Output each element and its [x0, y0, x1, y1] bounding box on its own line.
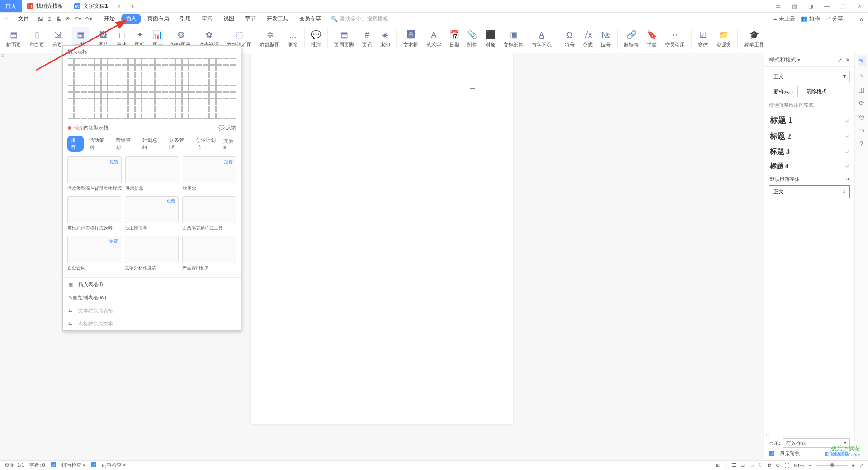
cloud-status[interactable]: ☁ 未上云 [772, 15, 795, 23]
resource-icon: ✿ [206, 30, 212, 40]
date-icon: 📅 [449, 30, 459, 40]
page-break-icon: ⇲ [54, 30, 61, 40]
ribbon-tab-reference[interactable]: 引用 [175, 14, 195, 24]
rb-number[interactable]: №编号 [597, 27, 614, 52]
header-footer-icon: ▤ [340, 30, 348, 40]
grid-icon[interactable]: ▦ [788, 2, 800, 11]
chart-icon: 📊 [153, 30, 163, 40]
watermark-icon: ◈ [382, 30, 388, 40]
rb-symbol[interactable]: Ω符号 [561, 27, 578, 52]
hamburger-icon[interactable]: ≡ [5, 16, 13, 22]
new-tab-button[interactable]: + [126, 0, 140, 12]
dropcap-icon: A̲ [539, 30, 544, 40]
ribbon-tabs: 开始 插入 页面布局 引用 审阅 视图 章节 开发工具 会员专享 [99, 14, 326, 24]
ribbon-tab-review[interactable]: 审阅 [197, 14, 217, 24]
mindmap-icon: ✲ [267, 30, 274, 40]
rb-form[interactable]: ☑窗体 [694, 27, 712, 52]
dropdown-title: 插入表格 [63, 46, 241, 53]
rb-more[interactable]: …更多 [284, 27, 302, 52]
rb-hyperlink[interactable]: 🔗超链接 [620, 27, 642, 52]
rb-date[interactable]: 📅日期 [446, 27, 463, 52]
numbering-icon: № [601, 30, 610, 40]
toolbar-more-icon[interactable]: ⋯ [849, 16, 854, 22]
word-doc-icon: W [74, 3, 80, 9]
ribbon-tab-insert[interactable]: 插入 [121, 14, 141, 24]
resource-folder-icon: 📁 [719, 30, 729, 40]
icons-icon: ✦ [137, 30, 143, 40]
blank-page-icon: ▯ [35, 30, 39, 40]
rb-docpart[interactable]: ▣文档部件 [500, 27, 527, 52]
save-icon[interactable]: 🖫 [38, 16, 43, 22]
table-dropdown: 插入表格 ◉稻壳内容型表格 💬 反馈 推荐 活动策划 营销策划 计划总结 财务管… [62, 45, 241, 53]
user-avatar-icon[interactable]: ◑ [805, 2, 816, 11]
ribbon-tab-vip[interactable]: 会员专享 [295, 14, 326, 24]
ribbon-tab-chapter[interactable]: 章节 [241, 14, 260, 24]
table-icon: ▦ [77, 30, 85, 40]
print-preview-icon[interactable]: 🗎 [47, 16, 52, 22]
redo-icon[interactable]: ↷▾ [85, 16, 92, 22]
maximize-icon[interactable]: ▢ [837, 2, 849, 11]
title-bar: 首页 D 找稻壳模板 W 文字文稿1 × + ▭ ▦ ◑ — ▢ ✕ [0, 0, 868, 13]
print-icon[interactable]: 🖶 [56, 16, 61, 22]
textbox-icon: 🅰 [407, 30, 415, 40]
tab-document[interactable]: W 文字文稿1 × [69, 0, 126, 12]
more-icon: … [289, 30, 297, 40]
collapse-ribbon-icon[interactable]: ∧ [859, 16, 863, 22]
rb-formula[interactable]: √x公式 [579, 27, 596, 52]
page-number-icon: # [365, 30, 369, 40]
symbol-icon: Ω [566, 30, 572, 40]
rb-header[interactable]: ▤页眉页脚 [330, 27, 358, 52]
close-tab-icon[interactable]: × [117, 3, 121, 10]
rb-mindmap[interactable]: ✲在线脑图 [256, 27, 283, 52]
search-icon: 🔍 [331, 16, 338, 22]
attachment-icon: 📎 [467, 30, 477, 40]
rb-comment[interactable]: 💬批注 [307, 27, 325, 52]
tab-home[interactable]: 首页 [0, 0, 22, 12]
wordart-icon: A [431, 30, 436, 40]
template-icon: D [27, 3, 33, 9]
ribbon-tab-dev[interactable]: 开发工具 [262, 14, 293, 24]
rb-bookmark[interactable]: 🔖书签 [643, 27, 660, 52]
rb-dropcap[interactable]: A̲首字下沉 [528, 27, 555, 52]
coop-button[interactable]: 👥 协作 [801, 15, 820, 23]
shape-icon: ◻ [118, 30, 125, 40]
ribbon-tab-view[interactable]: 视图 [219, 14, 239, 24]
preview-icon[interactable]: 👁 [65, 16, 71, 22]
command-search[interactable]: 🔍 查找命令、搜索模板 [331, 15, 388, 23]
rb-blank[interactable]: ▯空白页 [26, 27, 48, 52]
rb-object[interactable]: ⬛对象 [482, 27, 499, 52]
undo-icon[interactable]: ↶▾ [74, 16, 81, 22]
layout-icon[interactable]: ▭ [772, 2, 784, 11]
main-toolbar: ≡ 文件 🖫 🗎 🖶 👁 ↶▾ ↷▾ 开始 插入 页面布局 引用 审阅 视图 章… [0, 13, 868, 25]
picture-icon: 🖼 [99, 30, 108, 40]
link-icon: 🔗 [627, 30, 637, 40]
object-icon: ⬛ [486, 30, 495, 40]
share-button[interactable]: ↗ 分享 [826, 15, 843, 23]
rb-textbox[interactable]: 🅰文本框 [400, 27, 422, 52]
rb-cover[interactable]: ▤封面页 [3, 27, 25, 52]
rb-wordart[interactable]: A艺术字 [423, 27, 445, 52]
cover-icon: ▤ [10, 30, 18, 40]
comment-icon: 💬 [311, 30, 321, 40]
form-icon: ☑ [699, 30, 707, 40]
ribbon-tab-layout[interactable]: 页面布局 [143, 14, 174, 24]
minimize-icon[interactable]: — [821, 2, 833, 11]
file-menu[interactable]: 文件 [16, 15, 31, 23]
rb-attach[interactable]: 📎附件 [464, 27, 481, 52]
rb-resfolder[interactable]: 📁资源夹 [712, 27, 735, 52]
ribbon-tab-start[interactable]: 开始 [99, 14, 119, 24]
tab-templates[interactable]: D 找稻壳模板 [22, 0, 69, 12]
teach-icon: 🎓 [749, 30, 759, 40]
smartart-icon: ❂ [178, 30, 184, 40]
close-window-icon[interactable]: ✕ [854, 2, 865, 11]
rb-watermark[interactable]: ◈水印 [377, 27, 394, 52]
rb-xref[interactable]: ↔交叉引用 [661, 27, 689, 52]
flowchart-icon: ⬚ [236, 30, 243, 40]
xref-icon: ↔ [671, 30, 679, 40]
rb-teach[interactable]: 🎓教学工具 [741, 27, 768, 52]
quick-access: 🖫 🗎 🖶 👁 ↶▾ ↷▾ [38, 16, 92, 22]
formula-icon: √x [584, 30, 592, 40]
rb-pagenum[interactable]: #页码 [359, 27, 376, 52]
bookmark-icon: 🔖 [647, 30, 657, 40]
docpart-icon: ▣ [510, 30, 518, 40]
